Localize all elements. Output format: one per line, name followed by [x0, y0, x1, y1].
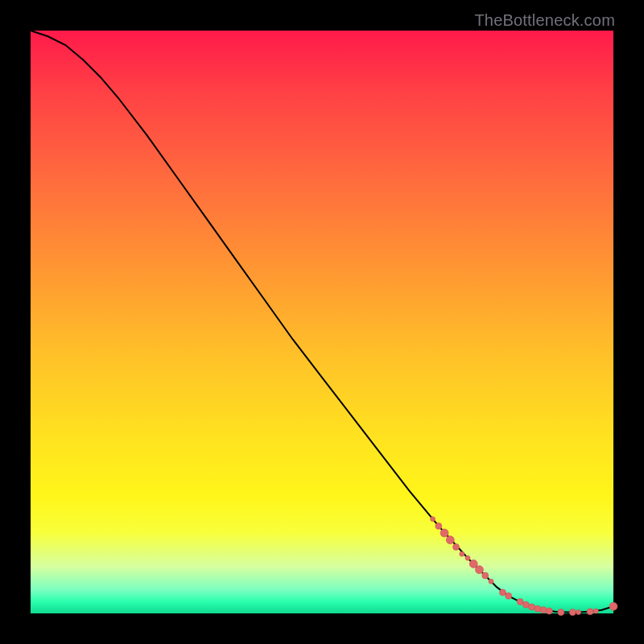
data-markers	[431, 517, 617, 616]
data-marker	[465, 555, 470, 560]
data-marker	[446, 536, 454, 544]
data-marker	[529, 604, 535, 610]
data-marker	[436, 522, 442, 529]
data-marker	[593, 609, 598, 613]
data-marker	[569, 609, 576, 616]
data-marker	[460, 551, 464, 556]
chart-frame: TheBottleneck.com	[0, 0, 644, 644]
data-marker	[506, 592, 512, 599]
bottleneck-curve	[31, 31, 613, 613]
data-marker	[489, 579, 493, 584]
data-marker	[558, 609, 564, 616]
data-marker	[431, 517, 436, 522]
data-marker	[453, 543, 460, 550]
data-marker	[440, 529, 448, 537]
data-marker	[517, 599, 523, 605]
chart-overlay	[31, 31, 613, 613]
data-marker	[482, 572, 489, 579]
data-marker	[587, 609, 593, 615]
watermark-text: TheBottleneck.com	[474, 11, 615, 30]
data-marker	[540, 607, 547, 613]
data-marker	[475, 566, 483, 574]
data-marker	[499, 589, 506, 596]
data-marker	[546, 608, 552, 614]
data-marker	[522, 601, 529, 608]
data-marker	[609, 602, 617, 610]
data-marker	[576, 610, 581, 615]
data-marker	[535, 605, 541, 612]
